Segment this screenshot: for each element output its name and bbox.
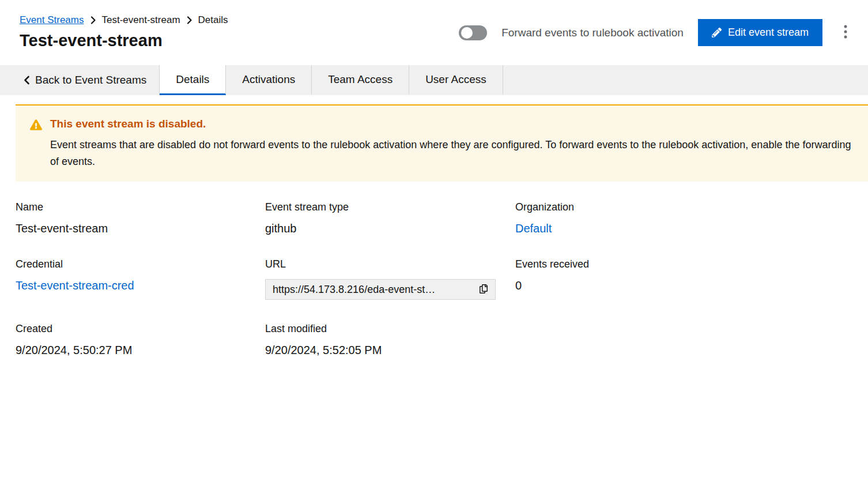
field-label: Organization <box>515 201 854 213</box>
event-stream-details-page: Event Streams Test-event-stream Details … <box>0 0 868 493</box>
edit-button-label: Edit event stream <box>728 27 809 39</box>
ellipsis-vertical-icon <box>844 25 847 40</box>
alert-content: This event stream is disabled. Event str… <box>50 118 853 170</box>
chevron-right-icon <box>90 16 96 24</box>
chevron-left-icon <box>23 76 30 85</box>
tab-activations[interactable]: Activations <box>226 65 312 95</box>
tab-details[interactable]: Details <box>160 65 226 95</box>
tab-user-access[interactable]: User Access <box>409 65 503 95</box>
kebab-menu-button[interactable] <box>837 20 854 45</box>
organization-link[interactable]: Default <box>515 222 552 235</box>
warning-triangle-icon <box>30 119 42 130</box>
field-label: URL <box>265 258 515 270</box>
forward-events-toggle[interactable] <box>459 25 487 40</box>
field-label: Events received <box>515 258 854 270</box>
alert-title: This event stream is disabled. <box>50 118 853 130</box>
breadcrumb-item-stream: Test-event-stream <box>102 14 180 26</box>
toggle-knob <box>461 27 473 39</box>
url-value: https://54.173.8.216/eda-event-st… <box>266 284 472 296</box>
field-label: Name <box>16 201 265 213</box>
field-value: github <box>265 222 515 235</box>
breadcrumb-item-details: Details <box>198 14 228 26</box>
warning-alert: This event stream is disabled. Event str… <box>16 104 868 182</box>
field-value: 9/20/2024, 5:52:05 PM <box>265 344 515 357</box>
field-label: Created <box>16 323 265 335</box>
chevron-right-icon <box>187 16 192 24</box>
back-to-event-streams-button[interactable]: Back to Event Streams <box>0 65 160 95</box>
field-url: URL https://54.173.8.216/eda-event-st… <box>265 258 515 300</box>
copy-icon <box>480 284 488 295</box>
forward-events-toggle-label: Forward events to rulebook activation <box>501 27 684 39</box>
field-event-stream-type: Event stream type github <box>265 201 515 235</box>
pencil-icon <box>712 28 722 37</box>
tab-team-access[interactable]: Team Access <box>312 65 409 95</box>
header-left: Event Streams Test-event-stream Details … <box>20 14 228 50</box>
breadcrumb: Event Streams Test-event-stream Details <box>20 14 228 26</box>
field-value: 0 <box>515 279 854 292</box>
url-copy-box: https://54.173.8.216/eda-event-st… <box>265 279 496 300</box>
field-label: Last modified <box>265 323 515 335</box>
page-header: Event Streams Test-event-stream Details … <box>0 0 868 65</box>
tab-bar: Back to Event Streams Details Activation… <box>0 65 868 95</box>
field-events-received: Events received 0 <box>515 258 854 292</box>
field-value: 9/20/2024, 5:50:27 PM <box>16 344 265 357</box>
page-title: Test-event-stream <box>20 31 228 50</box>
edit-event-stream-button[interactable]: Edit event stream <box>698 19 822 47</box>
details-section: Name Test-event-stream Event stream type… <box>0 182 868 371</box>
field-label: Credential <box>16 258 265 270</box>
back-to-event-streams-label: Back to Event Streams <box>35 74 146 86</box>
header-actions: Forward events to rulebook activation Ed… <box>459 19 854 47</box>
copy-url-button[interactable] <box>472 280 495 299</box>
alert-description: Event streams that are disabled do not f… <box>50 137 853 170</box>
credential-link[interactable]: Test-event-stream-cred <box>16 279 134 292</box>
field-created: Created 9/20/2024, 5:50:27 PM <box>16 323 265 357</box>
field-name: Name Test-event-stream <box>16 201 265 235</box>
field-label: Event stream type <box>265 201 515 213</box>
field-value: Test-event-stream <box>16 222 265 235</box>
field-credential: Credential Test-event-stream-cred <box>16 258 265 292</box>
field-organization: Organization Default <box>515 201 854 235</box>
field-last-modified: Last modified 9/20/2024, 5:52:05 PM <box>265 323 515 357</box>
breadcrumb-link-event-streams[interactable]: Event Streams <box>20 14 84 26</box>
